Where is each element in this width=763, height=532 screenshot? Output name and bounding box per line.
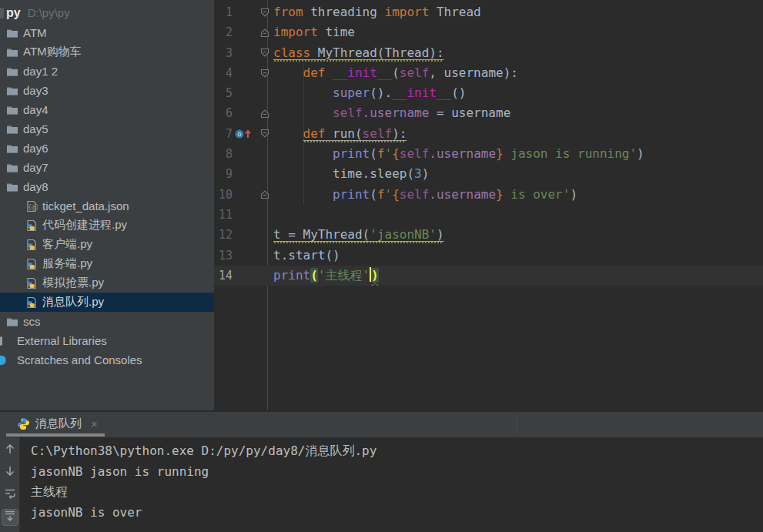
code-line[interactable]: 7o def run(self): [214,124,763,144]
console-line: 主线程 [31,482,763,503]
project-panel[interactable]: py D:\py\py ATMATM购物车day1 2day3day4day5d… [0,0,214,410]
fold-spacer [256,164,273,184]
token-ind [273,146,333,161]
tree-item[interactable]: External Libraries [0,331,214,350]
header-separator [516,415,517,433]
token-matchsq: ) [371,268,379,283]
fold-down-icon[interactable] [256,63,273,83]
code-line[interactable]: 14print('主线程') [214,266,763,286]
token-pl: run( [325,126,362,141]
warning-underline: t = MyThread('jasonNB') [273,227,444,242]
tree-item[interactable]: 模拟抢票.py [0,273,214,293]
code-line[interactable]: 9 time.sleep(3) [214,164,763,184]
code-line[interactable]: 4 def __init__(self, username): [214,63,763,83]
tree-item[interactable]: day6 [0,139,214,158]
code-line[interactable]: 11 [214,205,763,225]
tree-item[interactable]: day1 2 [0,62,214,81]
close-icon[interactable]: × [91,418,98,430]
gutter-spacer [233,164,256,184]
tree-item-label: day5 [23,122,49,136]
run-tab[interactable]: 消息队列 × [6,412,98,435]
up-stack-trace-button[interactable] [2,442,18,459]
tree-item[interactable]: ATM [0,23,214,42]
code-line[interactable]: 8 print(f'{self.username} jason is runni… [214,144,763,164]
code-line[interactable]: 1from threading import Thread [214,2,763,22]
tree-item[interactable]: day5 [0,119,214,139]
code-text: print('主线程') [273,266,379,286]
override-method-icon[interactable]: o [233,124,256,144]
tree-item[interactable]: 代码创建进程.py [0,216,214,235]
fold-up-icon[interactable] [256,22,273,42]
token-str: jason is running' [504,146,637,161]
active-tab-indicator [6,433,105,437]
token-ind [273,85,333,100]
code-text: time.sleep(3) [273,164,429,184]
tree-item[interactable]: 消息队列.py [0,293,214,312]
down-stack-trace-button[interactable] [2,464,18,481]
scroll-to-end-button[interactable] [2,509,18,526]
code-line[interactable]: 13t.start() [214,246,763,266]
gutter-spacer [233,22,256,42]
tree-item-label: 代码创建进程.py [42,218,127,233]
fold-down-icon[interactable] [256,2,273,22]
token-str: ' [385,146,393,161]
code-line[interactable]: 3class MyThread(Thread): [214,43,763,63]
tree-item[interactable]: {@}tickget_data.json [0,196,214,216]
tree-item[interactable]: day7 [0,158,214,177]
tree-item[interactable]: 客户端.py [0,235,214,254]
token-pfx: f [377,146,385,161]
line-number: 3 [214,43,233,63]
console-line: jasonNB jason is running [31,462,763,483]
token-pl: t = MyThread( [273,227,370,242]
token-attr: .username [429,146,496,161]
tree-item-label: 模拟抢票.py [42,276,104,290]
folder-icon [6,46,18,59]
token-pl: ( [370,146,377,161]
code-line[interactable]: 10 print(f'{self.username} is over') [214,185,763,205]
tree-item[interactable]: 服务端.py [0,254,214,273]
token-str: is over' [504,187,571,202]
token-brace: } [496,187,504,202]
tree-item[interactable]: Scratches and Consoles [0,350,214,370]
code-line[interactable]: 6 self.username = username [214,103,763,123]
tree-item-label: 客户端.py [42,237,92,252]
code-line[interactable]: 12t = MyThread('jasonNB') [214,225,763,245]
token-self: self [333,105,363,120]
fold-down-icon[interactable] [256,43,273,63]
token-kw: import [273,25,318,39]
line-number: 11 [214,205,233,225]
token-pfx: f [377,187,385,202]
tree-item-label: day8 [23,180,49,193]
tree-item[interactable]: scs [0,312,214,331]
tree-item[interactable]: day8 [0,177,214,196]
token-bi: print [273,268,310,283]
code-line[interactable]: 5 super().__init__() [214,83,763,103]
code-text: def run(self): [273,124,407,144]
tree-item-label: day7 [23,161,49,174]
soft-wrap-button[interactable] [2,487,18,504]
python-file-icon [25,239,38,251]
token-brace: { [392,146,400,161]
token-match: ( [310,268,318,283]
token-kw: def [303,65,326,80]
fold-up-icon[interactable] [256,103,273,123]
code-line[interactable]: 2import time [214,22,763,42]
tree-item[interactable]: ATM购物车 [0,42,214,62]
tree-item[interactable]: day3 [0,81,214,100]
folder-icon [6,142,18,155]
code-editor[interactable]: 1from threading import Thread2import tim… [214,0,763,410]
folder-icon [6,162,18,174]
token-pl: threading [303,5,385,19]
fold-up-icon[interactable] [256,185,273,205]
line-number: 8 [214,144,233,164]
console-output[interactable]: C:\Python38\python.exe D:/py/py/day8/消息队… [21,437,763,532]
folder-icon [6,123,18,136]
tree-item[interactable]: day4 [0,100,214,119]
token-pl: , username): [429,65,518,80]
code-text: super().__init__() [273,83,466,103]
token-pl: () [451,85,466,100]
fold-down-icon[interactable] [256,124,273,144]
gutter-spacer [233,246,256,266]
folder-icon [6,181,18,193]
project-root-row[interactable]: py D:\py\py [0,2,214,23]
